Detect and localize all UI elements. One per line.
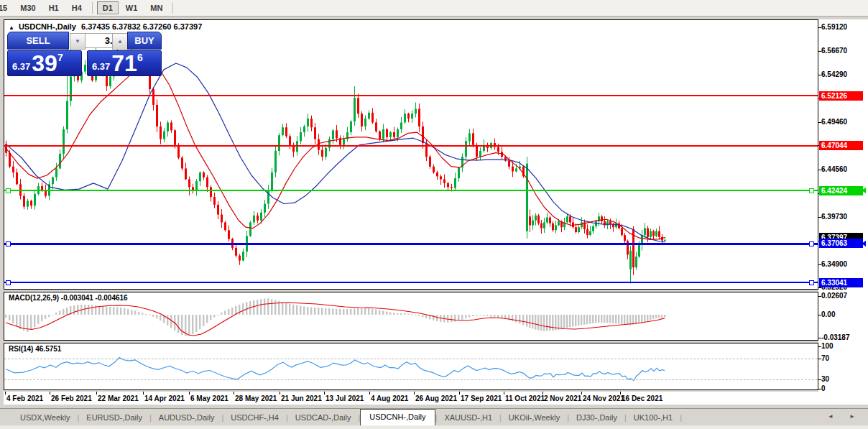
price-tick-label: 6.56670 [821, 47, 847, 55]
date-tick [369, 392, 370, 395]
chart-tab-xauusd-[interactable]: XAUUSD-,H1 [437, 410, 499, 425]
price-tick-label: 6.39730 [821, 213, 847, 221]
timeframe-button-m30[interactable]: M30 [14, 1, 41, 14]
level-price-label: 6.33041 [819, 278, 863, 287]
date-label: 13 Jul 2021 [326, 395, 364, 402]
date-tick [96, 392, 97, 395]
line-handle[interactable] [6, 280, 11, 285]
timeframe-button-15[interactable]: 15 [0, 1, 13, 14]
horizontal-level-line[interactable] [4, 190, 818, 191]
chart-symbol-period: USDCNH-,Daily [19, 22, 76, 31]
ask-price-quote[interactable]: 6.37 71 6 [87, 50, 162, 76]
rsi-indicator-pane[interactable]: RSI(14) 46.5751 [4, 343, 818, 390]
date-axis[interactable]: 4 Feb 202126 Feb 202122 Mar 202114 Apr 2… [4, 392, 818, 405]
price-tick-label: 6.59120 [821, 23, 847, 31]
collapse-panel-icon[interactable]: ▲ [9, 24, 14, 31]
chart-tab-uk100-[interactable]: UK100-,H1 [627, 410, 680, 425]
timeframe-button-w1[interactable]: W1 [120, 1, 144, 14]
timeframe-button-h1[interactable]: H1 [43, 1, 65, 14]
date-label: 22 Mar 2021 [98, 395, 139, 402]
volume-decrease-button[interactable]: ▼ [70, 33, 86, 50]
date-tick [459, 392, 460, 395]
price-tick-label: 6.49460 [821, 118, 847, 126]
date-tick [143, 392, 144, 395]
buy-button[interactable]: BUY [127, 32, 162, 50]
volume-increase-button[interactable]: ▲ [112, 33, 128, 50]
date-label: 4 Aug 2021 [371, 395, 408, 402]
price-tick-label: 6.54290 [821, 70, 847, 78]
metatrader-app: { "toolbar":{"timeframes":["15","M30","H… [0, 0, 868, 429]
chart-tab-dj30-[interactable]: DJ30-,Daily [569, 410, 624, 425]
timeframe-button-d1[interactable]: D1 [97, 1, 119, 14]
tab-scroll-right-icon[interactable]: ► [849, 413, 855, 420]
status-strip [0, 425, 868, 429]
rsi-axis-label: 0 [821, 384, 826, 392]
date-label: 26 Aug 2021 [415, 395, 457, 402]
chart-ohlc-values: 6.37435 6.37832 6.37260 6.37397 [81, 22, 202, 31]
chart-tab-usdx[interactable]: USDX,Weekly [13, 410, 77, 425]
tab-scroll-left-icon[interactable]: ◄ [828, 413, 834, 420]
price-tick-label: 6.44560 [821, 165, 847, 173]
date-tick [620, 392, 621, 395]
price-tick-label: 6.34900 [821, 260, 847, 268]
date-label: 24 Nov 2021 [583, 395, 624, 402]
date-label: 14 Apr 2021 [144, 395, 185, 402]
bid-price-sup: 7 [57, 52, 63, 63]
ask-price-big: 71 [111, 52, 137, 74]
level-price-label: 6.52126 [819, 91, 863, 101]
chart-tab-usdcad-[interactable]: USDCAD-,Daily [288, 410, 359, 425]
chart-tab-ukoil-[interactable]: UKOil-,Weekly [502, 410, 567, 425]
chart-tab-usdcnh-[interactable]: USDCNH-,Daily [360, 409, 435, 425]
date-tick [5, 392, 6, 395]
date-tick [280, 392, 280, 395]
bid-price-quote[interactable]: 6.37 39 7 [7, 50, 82, 76]
tab-separator: | [680, 413, 682, 425]
horizontal-level-line[interactable] [4, 145, 818, 147]
date-tick [50, 392, 50, 395]
date-tick [504, 392, 504, 395]
toolbar-separator [92, 2, 93, 14]
date-tick [234, 392, 234, 395]
line-handle[interactable] [809, 280, 814, 285]
level-axis-arrow [862, 188, 866, 193]
chevron-down-icon: ▼ [75, 38, 80, 45]
date-label: 4 Feb 2021 [6, 395, 43, 402]
rsi-level-line [4, 379, 818, 380]
chart-tab-audusd-[interactable]: AUDUSD-,Daily [152, 410, 222, 425]
price-axis[interactable]: 6.591206.566706.542906.518406.494606.470… [818, 19, 868, 405]
chart-title: ▲USDCNH-,Daily 6.37435 6.37832 6.37260 6… [9, 22, 202, 31]
rsi-axis-label: 30 [821, 375, 829, 383]
symbol-tab-bar: USDX,Weekly|EURUSD-,Daily|AUDUSD-,Daily|… [0, 408, 868, 425]
line-handle[interactable] [809, 241, 814, 246]
date-tick [414, 392, 415, 395]
rsi-level-line [4, 359, 818, 359]
rsi-axis-label: 100 [821, 342, 834, 350]
timeframe-button-mn[interactable]: MN [144, 1, 168, 14]
chevron-up-icon: ▲ [117, 38, 123, 45]
chart-canvas[interactable] [4, 343, 816, 388]
line-handle[interactable] [6, 241, 11, 246]
horizontal-level-line[interactable] [4, 282, 818, 283]
level-price-label: 6.42424 [819, 186, 863, 195]
date-tick [189, 392, 190, 395]
timeframe-button-h4[interactable]: H4 [66, 1, 88, 14]
macd-axis-label: -0.03187 [821, 333, 849, 341]
line-handle[interactable] [809, 188, 814, 193]
rsi-label: RSI(14) 46.5751 [9, 345, 61, 353]
line-handle[interactable] [6, 188, 11, 193]
date-tick [581, 392, 582, 395]
sell-button[interactable]: SELL [7, 32, 69, 50]
macd-label: MACD(12,26,9) -0.003041 -0.004616 [9, 294, 128, 302]
rsi-axis-label: 70 [821, 354, 829, 362]
date-label: 28 May 2021 [235, 395, 277, 402]
horizontal-level-line[interactable] [4, 95, 818, 96]
horizontal-level-line[interactable] [4, 243, 818, 245]
toolbar-separator [172, 2, 173, 14]
chart-tab-usdchf-[interactable]: USDCHF-,H4 [223, 410, 286, 425]
bid-price-big: 39 [32, 52, 57, 74]
macd-indicator-pane[interactable]: MACD(12,26,9) -0.003041 -0.004616 [4, 292, 818, 341]
date-label: 26 Feb 2021 [51, 395, 92, 402]
date-tick [542, 392, 543, 395]
date-label: 16 Dec 2021 [622, 395, 662, 402]
chart-tab-eurusd-[interactable]: EURUSD-,Daily [79, 410, 149, 425]
